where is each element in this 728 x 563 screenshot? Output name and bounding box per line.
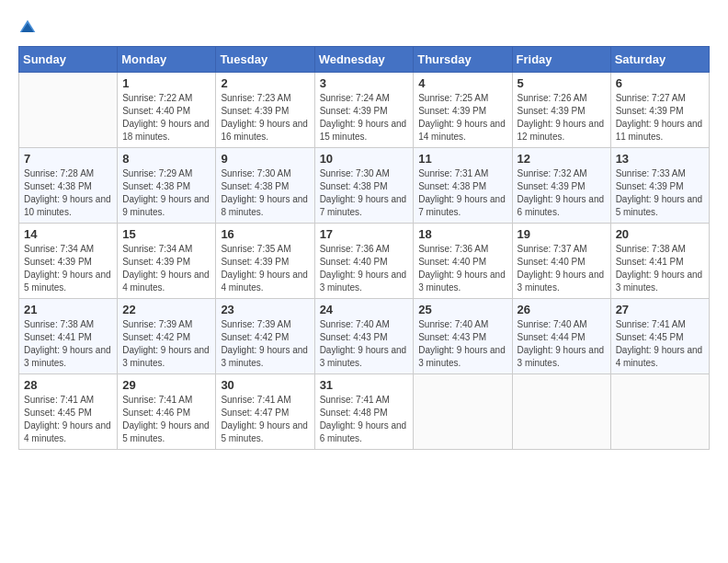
calendar-cell: 14Sunrise: 7:34 AMSunset: 4:39 PMDayligh… (19, 224, 118, 299)
day-detail: Sunrise: 7:36 AMSunset: 4:40 PMDaylight:… (320, 243, 409, 294)
day-number: 5 (518, 76, 606, 90)
logo (18, 18, 44, 37)
day-detail: Sunrise: 7:34 AMSunset: 4:39 PMDaylight:… (24, 243, 112, 294)
calendar-cell: 20Sunrise: 7:38 AMSunset: 4:41 PMDayligh… (610, 224, 709, 299)
calendar-cell: 22Sunrise: 7:39 AMSunset: 4:42 PMDayligh… (118, 299, 216, 374)
calendar-cell: 27Sunrise: 7:41 AMSunset: 4:45 PMDayligh… (610, 299, 709, 374)
calendar-week-3: 14Sunrise: 7:34 AMSunset: 4:39 PMDayligh… (19, 224, 710, 299)
day-number: 26 (518, 303, 606, 316)
calendar-cell: 30Sunrise: 7:41 AMSunset: 4:47 PMDayligh… (216, 374, 314, 450)
day-number: 28 (24, 378, 112, 392)
calendar-cell: 13Sunrise: 7:33 AMSunset: 4:39 PMDayligh… (610, 148, 709, 224)
day-detail: Sunrise: 7:38 AMSunset: 4:41 PMDaylight:… (24, 318, 112, 370)
day-detail: Sunrise: 7:41 AMSunset: 4:45 PMDaylight:… (24, 394, 112, 445)
day-number: 1 (122, 76, 210, 90)
day-detail: Sunrise: 7:35 AMSunset: 4:39 PMDaylight:… (221, 243, 309, 294)
calendar-cell: 28Sunrise: 7:41 AMSunset: 4:45 PMDayligh… (19, 374, 118, 450)
day-detail: Sunrise: 7:29 AMSunset: 4:38 PMDaylight:… (122, 167, 210, 219)
calendar-cell: 4Sunrise: 7:25 AMSunset: 4:39 PMDaylight… (414, 73, 512, 148)
day-number: 6 (616, 76, 704, 90)
day-detail: Sunrise: 7:34 AMSunset: 4:39 PMDaylight:… (122, 243, 210, 294)
calendar-cell: 7Sunrise: 7:28 AMSunset: 4:38 PMDaylight… (19, 148, 118, 224)
calendar-cell (512, 374, 610, 450)
day-number: 16 (221, 227, 309, 241)
day-detail: Sunrise: 7:33 AMSunset: 4:39 PMDaylight:… (616, 167, 704, 219)
day-detail: Sunrise: 7:41 AMSunset: 4:47 PMDaylight:… (221, 394, 309, 445)
day-number: 22 (122, 303, 210, 316)
calendar-cell: 31Sunrise: 7:41 AMSunset: 4:48 PMDayligh… (314, 374, 414, 450)
calendar-header-thursday: Thursday (414, 47, 512, 73)
calendar-cell: 21Sunrise: 7:38 AMSunset: 4:41 PMDayligh… (19, 299, 118, 374)
calendar-header-monday: Monday (118, 47, 216, 73)
calendar-cell: 19Sunrise: 7:37 AMSunset: 4:40 PMDayligh… (512, 224, 610, 299)
day-detail: Sunrise: 7:40 AMSunset: 4:43 PMDaylight:… (320, 318, 409, 370)
day-number: 17 (320, 227, 409, 241)
day-number: 7 (24, 152, 112, 166)
calendar-header-wednesday: Wednesday (314, 47, 414, 73)
calendar-cell: 12Sunrise: 7:32 AMSunset: 4:39 PMDayligh… (512, 148, 610, 224)
calendar-header-friday: Friday (512, 47, 610, 73)
day-detail: Sunrise: 7:24 AMSunset: 4:39 PMDaylight:… (320, 92, 409, 144)
calendar-cell: 16Sunrise: 7:35 AMSunset: 4:39 PMDayligh… (216, 224, 314, 299)
calendar-header-tuesday: Tuesday (216, 47, 314, 73)
day-detail: Sunrise: 7:31 AMSunset: 4:38 PMDaylight:… (418, 167, 506, 219)
day-number: 2 (221, 76, 309, 90)
calendar-cell: 17Sunrise: 7:36 AMSunset: 4:40 PMDayligh… (314, 224, 414, 299)
day-number: 20 (616, 227, 704, 241)
day-detail: Sunrise: 7:41 AMSunset: 4:45 PMDaylight:… (616, 318, 704, 370)
day-number: 18 (418, 227, 506, 241)
day-number: 23 (221, 303, 309, 316)
calendar-cell (414, 374, 512, 450)
logo-icon (18, 18, 37, 37)
day-number: 27 (616, 303, 704, 316)
day-number: 29 (122, 378, 210, 392)
calendar-week-1: 1Sunrise: 7:22 AMSunset: 4:40 PMDaylight… (19, 73, 710, 148)
page-header (18, 18, 710, 37)
calendar-cell: 24Sunrise: 7:40 AMSunset: 4:43 PMDayligh… (314, 299, 414, 374)
calendar-header-row: SundayMondayTuesdayWednesdayThursdayFrid… (19, 47, 710, 73)
calendar-cell: 18Sunrise: 7:36 AMSunset: 4:40 PMDayligh… (414, 224, 512, 299)
day-detail: Sunrise: 7:27 AMSunset: 4:39 PMDaylight:… (616, 92, 704, 144)
day-number: 15 (122, 227, 210, 241)
calendar-cell: 11Sunrise: 7:31 AMSunset: 4:38 PMDayligh… (414, 148, 512, 224)
calendar-week-4: 21Sunrise: 7:38 AMSunset: 4:41 PMDayligh… (19, 299, 710, 374)
calendar-header-sunday: Sunday (19, 47, 118, 73)
calendar-week-2: 7Sunrise: 7:28 AMSunset: 4:38 PMDaylight… (19, 148, 710, 224)
calendar-header-saturday: Saturday (610, 47, 709, 73)
day-number: 8 (122, 152, 210, 166)
day-number: 30 (221, 378, 309, 392)
day-number: 10 (320, 152, 409, 166)
day-detail: Sunrise: 7:39 AMSunset: 4:42 PMDaylight:… (221, 318, 309, 370)
calendar-cell: 9Sunrise: 7:30 AMSunset: 4:38 PMDaylight… (216, 148, 314, 224)
day-detail: Sunrise: 7:30 AMSunset: 4:38 PMDaylight:… (221, 167, 309, 219)
calendar-cell: 1Sunrise: 7:22 AMSunset: 4:40 PMDaylight… (118, 73, 216, 148)
calendar-table: SundayMondayTuesdayWednesdayThursdayFrid… (18, 46, 710, 450)
day-detail: Sunrise: 7:41 AMSunset: 4:48 PMDaylight:… (320, 394, 409, 445)
day-number: 31 (320, 378, 409, 392)
calendar-cell: 10Sunrise: 7:30 AMSunset: 4:38 PMDayligh… (314, 148, 414, 224)
calendar-cell: 29Sunrise: 7:41 AMSunset: 4:46 PMDayligh… (118, 374, 216, 450)
day-detail: Sunrise: 7:25 AMSunset: 4:39 PMDaylight:… (418, 92, 506, 144)
day-number: 21 (24, 303, 112, 316)
calendar-week-5: 28Sunrise: 7:41 AMSunset: 4:45 PMDayligh… (19, 374, 710, 450)
day-number: 13 (616, 152, 704, 166)
calendar-cell: 3Sunrise: 7:24 AMSunset: 4:39 PMDaylight… (314, 73, 414, 148)
calendar-cell: 2Sunrise: 7:23 AMSunset: 4:39 PMDaylight… (216, 73, 314, 148)
calendar-cell (610, 374, 709, 450)
day-number: 25 (418, 303, 506, 316)
day-detail: Sunrise: 7:22 AMSunset: 4:40 PMDaylight:… (122, 92, 210, 144)
day-detail: Sunrise: 7:28 AMSunset: 4:38 PMDaylight:… (24, 167, 112, 219)
day-detail: Sunrise: 7:40 AMSunset: 4:44 PMDaylight:… (518, 318, 606, 370)
day-detail: Sunrise: 7:32 AMSunset: 4:39 PMDaylight:… (518, 167, 606, 219)
day-detail: Sunrise: 7:30 AMSunset: 4:38 PMDaylight:… (320, 167, 409, 219)
day-detail: Sunrise: 7:23 AMSunset: 4:39 PMDaylight:… (221, 92, 309, 144)
day-detail: Sunrise: 7:26 AMSunset: 4:39 PMDaylight:… (518, 92, 606, 144)
calendar-cell (19, 73, 118, 148)
day-detail: Sunrise: 7:41 AMSunset: 4:46 PMDaylight:… (122, 394, 210, 445)
day-detail: Sunrise: 7:38 AMSunset: 4:41 PMDaylight:… (616, 243, 704, 294)
day-number: 14 (24, 227, 112, 241)
day-number: 12 (518, 152, 606, 166)
day-number: 19 (518, 227, 606, 241)
calendar-body: 1Sunrise: 7:22 AMSunset: 4:40 PMDaylight… (19, 73, 710, 450)
calendar-cell: 8Sunrise: 7:29 AMSunset: 4:38 PMDaylight… (118, 148, 216, 224)
